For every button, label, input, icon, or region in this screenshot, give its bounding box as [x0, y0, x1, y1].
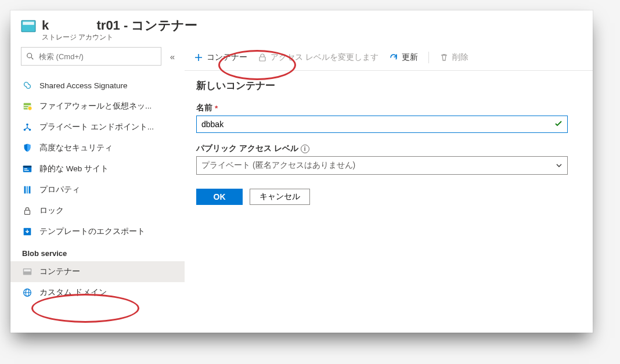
shield-icon	[22, 143, 33, 153]
access-label-text: パブリック アクセス レベル	[196, 143, 298, 154]
svg-rect-22	[24, 269, 31, 272]
svg-point-8	[28, 106, 32, 110]
sidebar-item-label: プライベート エンドポイント...	[39, 122, 154, 132]
key-link-icon	[22, 80, 33, 91]
sidebar: « Shared Access Signature ファイアウォールと仮想ネッ.…	[10, 45, 185, 333]
sidebar-item-containers[interactable]: コンテナー	[10, 261, 185, 282]
svg-rect-16	[24, 186, 26, 194]
toolbar-refresh-label: 更新	[402, 52, 418, 63]
domain-icon	[22, 287, 33, 298]
panel-heading: 新しいコンテナー	[196, 79, 568, 92]
sidebar-item-label: テンプレートのエクスポート	[39, 226, 145, 237]
sidebar-item-label: コンテナー	[39, 266, 80, 277]
name-input-wrap	[196, 116, 568, 133]
sidebar-item-sas[interactable]: Shared Access Signature	[10, 75, 185, 96]
endpoint-icon	[22, 122, 33, 132]
page-header: k tr01 - コンテナー ストレージ アカウント	[10, 10, 593, 45]
sidebar-item-firewall[interactable]: ファイアウォールと仮想ネッ...	[10, 96, 185, 117]
toolbar-separator	[428, 52, 429, 63]
delete-button[interactable]: 削除	[439, 52, 468, 63]
info-icon[interactable]: i	[301, 145, 309, 153]
sidebar-item-label: Shared Access Signature	[39, 81, 128, 90]
add-container-button[interactable]: コンテナー	[194, 52, 247, 63]
sidebar-item-export-template[interactable]: テンプレートのエクスポート	[10, 221, 185, 242]
sidebar-item-advanced-security[interactable]: 高度なセキュリティ	[10, 138, 185, 158]
container-name-input[interactable]	[196, 116, 568, 133]
svg-line-4	[31, 57, 33, 59]
svg-rect-13	[23, 166, 31, 168]
access-level-select[interactable]: プライベート (匿名アクセスはありません)	[196, 156, 568, 175]
sidebar-item-label: プロパティ	[39, 185, 80, 195]
toolbar-add-label: コンテナー	[207, 52, 247, 63]
refresh-button[interactable]: 更新	[389, 52, 418, 63]
access-level-field-label: パブリック アクセス レベル i	[196, 143, 568, 154]
refresh-icon	[389, 53, 398, 62]
toolbar: コンテナー アクセス レベルを変更します 更新 削除	[185, 45, 593, 71]
sidebar-item-label: 高度なセキュリティ	[39, 143, 113, 153]
cancel-button[interactable]: キャンセル	[250, 189, 310, 205]
sidebar-item-label: ロック	[39, 206, 64, 216]
toolbar-delete-label: 削除	[452, 52, 468, 63]
name-label-text: 名前	[196, 103, 212, 113]
svg-rect-15	[24, 170, 29, 171]
trash-icon	[439, 53, 449, 62]
access-level-value: プライベート (匿名アクセスはありません)	[201, 160, 355, 171]
lock-icon	[22, 206, 33, 216]
container-icon	[22, 266, 33, 277]
search-input[interactable]	[38, 52, 156, 62]
storage-account-blade: k tr01 - コンテナー ストレージ アカウント «	[10, 10, 593, 333]
collapse-sidebar-button[interactable]: «	[166, 52, 179, 62]
ok-button[interactable]: OK	[196, 189, 243, 205]
plus-icon	[194, 53, 203, 62]
change-access-level-button[interactable]: アクセス レベルを変更します	[258, 52, 379, 63]
access-level-icon	[258, 53, 267, 62]
search-input-wrap[interactable]	[21, 47, 161, 66]
valid-check-icon	[554, 119, 563, 128]
main-area: コンテナー アクセス レベルを変更します 更新 削除 新しいコンテナー	[185, 45, 593, 333]
search-icon	[26, 52, 34, 60]
toolbar-access-label: アクセス レベルを変更します	[271, 52, 379, 63]
svg-rect-6	[24, 106, 31, 106]
sidebar-item-lock[interactable]: ロック	[10, 200, 185, 221]
sidebar-item-private-endpoint[interactable]: プライベート エンドポイント...	[10, 117, 185, 138]
svg-rect-17	[27, 186, 28, 194]
sidebar-section-blob-service: Blob service	[10, 242, 185, 261]
page-title: k tr01 - コンテナー	[42, 19, 197, 33]
panel-button-row: OK キャンセル	[196, 189, 568, 205]
chevron-down-icon	[556, 162, 563, 169]
new-container-panel: 新しいコンテナー 名前 * パブリック アクセス レベル i プライベート (	[185, 71, 579, 217]
sidebar-item-static-website[interactable]: 静的な Web サイト	[10, 158, 185, 179]
storage-account-icon	[21, 19, 36, 34]
website-icon	[22, 164, 33, 174]
svg-rect-26	[259, 57, 265, 61]
required-asterisk: *	[215, 104, 218, 113]
title-suffix: tr01 - コンテナー	[97, 18, 198, 33]
sidebar-item-label: ファイアウォールと仮想ネッ...	[39, 101, 152, 111]
header-texts: k tr01 - コンテナー ストレージ アカウント	[42, 19, 197, 41]
sidebar-item-label: 静的な Web サイト	[39, 164, 109, 174]
svg-rect-19	[25, 210, 30, 214]
template-export-icon	[22, 226, 33, 237]
properties-icon	[22, 185, 33, 195]
svg-rect-2	[23, 21, 34, 24]
svg-rect-14	[24, 168, 27, 169]
sidebar-nav: Shared Access Signature ファイアウォールと仮想ネッ...…	[10, 71, 185, 333]
svg-point-9	[26, 124, 28, 126]
sidebar-item-custom-domain[interactable]: カスタム ドメイン	[10, 282, 185, 303]
resource-type-label: ストレージ アカウント	[42, 34, 197, 41]
title-prefix: k	[42, 18, 49, 33]
sidebar-item-label: カスタム ドメイン	[39, 287, 107, 298]
name-field-label: 名前 *	[196, 103, 568, 113]
svg-point-3	[27, 53, 32, 58]
sidebar-item-properties[interactable]: プロパティ	[10, 179, 185, 200]
firewall-icon	[22, 101, 33, 111]
svg-rect-18	[29, 186, 31, 194]
sidebar-search-row: «	[10, 45, 185, 71]
